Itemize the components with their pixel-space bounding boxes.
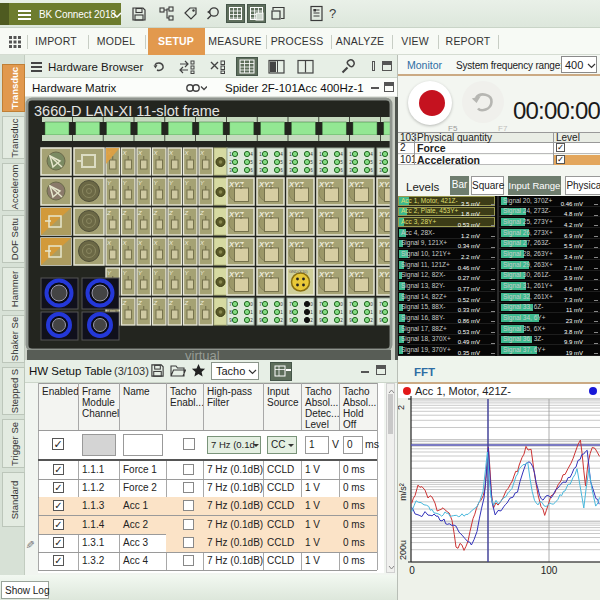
svg-text:Z: Z — [137, 210, 142, 216]
svg-text:GND(X10): GND(X10) — [289, 269, 308, 274]
svg-text:Z: Z — [168, 210, 173, 216]
svg-text:100: 100 — [541, 565, 558, 576]
svg-text:Z: Z — [153, 300, 158, 306]
svg-text:Z: Z — [137, 300, 142, 306]
svg-text:Z: Z — [184, 300, 189, 306]
svg-text:2: 2 — [398, 405, 406, 410]
svg-text:Z: Z — [199, 300, 204, 306]
svg-text:200u: 200u — [398, 540, 408, 560]
svg-text:Z: Z — [199, 210, 204, 216]
svg-text:Z: Z — [168, 300, 173, 306]
svg-text:0: 0 — [409, 565, 415, 576]
svg-text:Z: Z — [106, 210, 111, 216]
svg-text:Z: Z — [184, 210, 189, 216]
svg-text:m/s²: m/s² — [398, 483, 408, 501]
svg-text:3660-D LAN-XI 11-slot frame: 3660-D LAN-XI 11-slot frame — [34, 103, 220, 119]
svg-text:virtual: virtual — [185, 348, 220, 360]
svg-text:Z: Z — [122, 300, 127, 306]
svg-text:Z: Z — [153, 210, 158, 216]
svg-text:Acc 1, Motor, 421Z-: Acc 1, Motor, 421Z- — [415, 385, 511, 397]
svg-text:Z: Z — [122, 210, 127, 216]
